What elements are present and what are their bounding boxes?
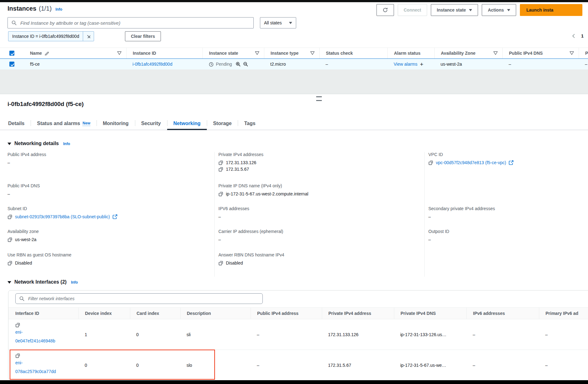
col-header-primary-ipv6[interactable]: Primary IPv6 ad	[546, 311, 578, 316]
col-header-description[interactable]: Description	[187, 311, 211, 316]
info-link[interactable]: Info	[63, 142, 70, 146]
col-header-instance-type[interactable]: Instance type	[271, 51, 298, 56]
networking-details-header: Networking details Info	[7, 141, 70, 146]
filter-icon[interactable]	[117, 51, 122, 56]
caret-down-icon	[289, 22, 292, 24]
col-header-status-check[interactable]: Status check	[326, 51, 353, 56]
tab-storage[interactable]: Storage	[207, 117, 238, 130]
col-header-device-index[interactable]: Device index	[85, 311, 112, 316]
network-interfaces-header: Network Interfaces (2) Info	[7, 279, 78, 285]
col-header-availability-zone[interactable]: Availability Zone	[441, 51, 476, 56]
instance-search-input[interactable]	[20, 20, 250, 26]
tab-security[interactable]: Security	[135, 117, 167, 130]
page-number[interactable]: 1	[581, 33, 584, 38]
copy-icon[interactable]	[218, 167, 223, 172]
copy-icon[interactable]	[7, 214, 12, 219]
device-index-value: 1	[85, 332, 87, 337]
col-header-public-ipv4-address[interactable]: Public IPv4 address	[257, 311, 298, 316]
field-secondary-private-ipv4: Secondary private IPv4 addresses –	[428, 206, 588, 229]
instance-state-menu-button[interactable]: Instance state	[431, 4, 478, 16]
clipped-cell-value: –	[585, 62, 587, 67]
field-vpc-id: VPC ID vpc-00d57f2c948d7e813 (f5-ce-vpc)	[428, 152, 588, 183]
tab-networking[interactable]: Networking	[167, 117, 207, 130]
launch-instances-button[interactable]: Launch insta	[520, 4, 582, 16]
copy-icon[interactable]	[7, 260, 12, 265]
ec2-instances-console: Instances (1/1) Info Connect Instance st…	[0, 0, 588, 384]
interface-id-link[interactable]: eni-	[15, 328, 22, 336]
collapse-triangle-icon[interactable]	[7, 281, 11, 284]
interface-id-link[interactable]: 0e047ef241c46948b	[15, 337, 55, 345]
state-filter-dropdown[interactable]: All states	[260, 17, 296, 28]
interface-id-link[interactable]: eni-	[15, 359, 22, 367]
copy-icon[interactable]	[428, 160, 433, 165]
tab-status-and-alarms[interactable]: Status and alarmsNew	[31, 117, 97, 130]
collapse-triangle-icon[interactable]	[7, 143, 11, 145]
tab-tags[interactable]: Tags	[238, 117, 262, 130]
external-link-icon[interactable]	[112, 214, 117, 219]
info-link[interactable]: Info	[71, 280, 78, 285]
external-link-icon[interactable]	[509, 160, 514, 165]
select-all-checkbox[interactable]	[9, 51, 14, 56]
info-link[interactable]: Info	[55, 7, 62, 12]
copy-icon[interactable]	[15, 353, 20, 358]
private-ip-value: 172.31.133.126	[328, 332, 358, 337]
col-header-name[interactable]: Name	[30, 51, 42, 56]
zoom-out-icon[interactable]	[243, 62, 248, 67]
col-header-instance-id[interactable]: Instance ID	[133, 51, 156, 56]
add-alarm-icon[interactable]: +	[420, 61, 423, 67]
col-header-clipped: P	[585, 51, 588, 56]
col-header-private-ipv4-address[interactable]: Private IPv4 address	[328, 311, 371, 316]
ipv6-value: –	[473, 332, 475, 337]
actions-menu-button[interactable]: Actions	[482, 4, 516, 16]
public-ip-value: –	[257, 363, 259, 368]
view-alarms-link[interactable]: View alarms	[394, 62, 417, 67]
bottom-chrome-bar	[0, 380, 588, 384]
network-interfaces-card: Interface ID Device index Card index Des…	[8, 290, 588, 380]
instance-name: f5-ce	[30, 62, 40, 67]
copy-icon[interactable]	[218, 160, 223, 165]
page-header: Instances (1/1) Info	[7, 5, 62, 12]
filter-icon[interactable]	[493, 51, 498, 56]
col-header-card-index[interactable]: Card index	[137, 311, 159, 316]
copy-icon[interactable]	[7, 237, 12, 242]
refresh-button[interactable]	[376, 4, 394, 16]
col-header-ipv6-addresses[interactable]: IPv6 addresses	[473, 311, 505, 316]
caret-down-icon	[507, 9, 510, 11]
previous-page-icon[interactable]	[571, 33, 576, 38]
instance-row[interactable]: f5-ce i-0fb1afc4992f8d00d Pending t2.mic…	[0, 58, 588, 70]
tab-monitoring[interactable]: Monitoring	[97, 117, 135, 130]
instance-id-link[interactable]: i-0fb1afc4992f8d00d	[132, 62, 172, 67]
edit-name-icon[interactable]	[44, 51, 49, 55]
col-header-instance-state[interactable]: Instance state	[209, 51, 238, 56]
col-header-interface-id[interactable]: Interface ID	[15, 311, 39, 316]
copy-icon[interactable]	[218, 260, 223, 265]
copy-icon[interactable]	[15, 322, 20, 327]
tab-details[interactable]: Details	[2, 117, 31, 130]
clear-filters-button[interactable]: Clear filters	[125, 31, 161, 41]
col-header-public-ipv4-dns[interactable]: Public IPv4 DNS	[509, 51, 543, 56]
filter-token-remove[interactable]	[83, 32, 94, 41]
vpc-id-link[interactable]: vpc-00d57f2c948d7e813 (f5-ce-vpc)	[436, 160, 506, 165]
interface-id-link[interactable]: 078ac2579c0ca77dd	[15, 368, 56, 376]
interface-row[interactable]: eni-0e047ef241c46948b 1 0 sli – 172.31.1…	[8, 319, 588, 350]
col-header-alarm-status[interactable]: Alarm status	[394, 51, 421, 56]
row-checkbox[interactable]	[9, 62, 14, 67]
private-ip-value: 172.31.5.67	[328, 363, 351, 368]
split-panel-resize-handle[interactable]	[316, 96, 322, 101]
device-index-value: 0	[85, 363, 87, 368]
field-outpost-id: Outpost ID –	[428, 229, 588, 252]
zoom-in-icon[interactable]	[236, 62, 241, 67]
filter-icon[interactable]	[569, 51, 574, 56]
detail-panel-title: i-0fb1afc4992f8d00d (f5-ce)	[7, 101, 84, 108]
field-private-ipv4-addresses: Private IPv4 addresses 172.31.133.126 17…	[218, 152, 424, 183]
detail-tabs: Details Status and alarmsNew Monitoring …	[0, 117, 588, 130]
filter-icon[interactable]	[310, 51, 315, 56]
interfaces-filter-input[interactable]	[27, 296, 259, 301]
connect-button[interactable]: Connect	[398, 4, 427, 16]
interface-row[interactable]: eni-078ac2579c0ca77dd 0 0 slo – 172.31.5…	[8, 350, 588, 380]
col-header-private-ipv4-dns[interactable]: Private IPv4 DNS	[401, 311, 436, 316]
copy-icon[interactable]	[218, 191, 223, 196]
filter-icon[interactable]	[255, 51, 260, 56]
subnet-id-link[interactable]: subnet-0291f3c997397b8ba (SLO-subnet-pub…	[15, 214, 110, 219]
filter-token-label: Instance ID = i-0fb1afc4992f8d00d	[8, 34, 83, 39]
